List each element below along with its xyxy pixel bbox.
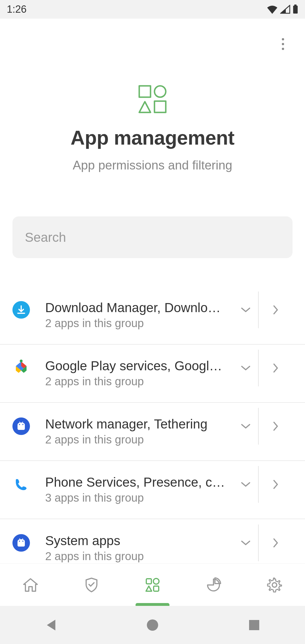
search-container [0,216,305,258]
android-icon [12,534,30,552]
status-time: 1:26 [7,3,27,15]
svg-rect-13 [146,579,151,584]
app-group-item[interactable]: Google Play services, Googl… 2 apps in t… [0,345,305,403]
expand-button[interactable] [233,350,259,386]
app-title: Google Play services, Googl… [45,358,228,373]
detail-button[interactable] [259,466,293,503]
svg-point-12 [22,541,23,542]
app-text: Network manager, Tethering 2 apps in thi… [45,416,233,446]
svg-point-2 [282,38,284,40]
recent-square-icon [249,619,260,631]
chevron-right-icon [273,479,278,489]
status-bar: 1:26 [0,0,305,19]
home-circle-icon [146,619,159,631]
expand-button[interactable] [233,525,259,561]
app-text: Phone Services, Presence, c… 3 apps in t… [45,475,233,504]
app-subtitle: 2 apps in this group [45,433,228,446]
svg-rect-18 [249,620,259,630]
app-text: System apps 2 apps in this group [45,533,233,563]
chevron-right-icon [273,363,278,373]
svg-point-11 [19,541,20,542]
apps-icon [145,577,160,593]
svg-point-4 [282,48,284,50]
tab-bar [0,564,305,606]
shield-icon [84,577,99,593]
app-list: Download Manager, Downlo… 2 apps in this… [0,286,305,564]
tab-protection[interactable] [61,564,122,606]
app-text: Download Manager, Downlo… 2 apps in this… [45,300,233,330]
svg-rect-7 [154,101,166,112]
app-text: Google Play services, Googl… 2 apps in t… [45,358,233,388]
app-title: System apps [45,533,228,548]
nav-recent-button[interactable] [226,606,282,644]
chevron-right-icon [273,305,278,315]
expand-button[interactable] [233,291,259,328]
content-area: App management App permissions and filte… [0,19,305,564]
svg-point-9 [19,424,20,425]
chevron-down-icon [241,307,251,313]
app-title: Download Manager, Downlo… [45,300,228,315]
svg-point-10 [22,424,23,425]
more-vert-icon [282,38,284,50]
app-actions [233,408,293,445]
battery-icon [293,5,298,14]
system-nav-bar [0,606,305,644]
overflow-menu-button[interactable] [273,34,293,54]
detail-button[interactable] [259,291,293,328]
svg-point-14 [153,578,159,584]
tab-apps[interactable] [122,564,183,606]
app-group-item[interactable]: Phone Services, Presence, c… 3 apps in t… [0,461,305,519]
svg-point-8 [20,360,23,362]
home-icon [23,578,38,592]
app-actions [233,466,293,503]
header-section: App management App permissions and filte… [0,19,305,172]
apps-shapes-icon [137,84,168,115]
chevron-down-icon [241,423,251,429]
svg-point-16 [272,583,277,587]
phone-icon [12,476,30,493]
nav-back-button[interactable] [23,606,79,644]
app-subtitle: 2 apps in this group [45,375,228,388]
chevron-down-icon [241,482,251,487]
detail-button[interactable] [259,525,293,561]
chevron-right-icon [273,421,278,431]
app-group-item[interactable]: Network manager, Tethering 2 apps in thi… [0,403,305,461]
svg-rect-15 [154,586,159,591]
tab-stats[interactable] [183,564,244,606]
svg-point-3 [282,43,284,45]
play-services-icon [12,359,30,377]
pie-chart-icon [206,577,221,593]
page-title: App management [0,127,305,149]
status-icons [267,5,298,14]
svg-rect-0 [293,6,298,14]
app-group-item[interactable]: System apps 2 apps in this group [0,519,305,564]
nav-home-button[interactable] [124,606,181,644]
app-actions [233,291,293,328]
app-subtitle: 2 apps in this group [45,550,228,563]
header-icon [0,84,305,115]
chevron-right-icon [273,538,278,548]
app-title: Network manager, Tethering [45,416,228,432]
app-actions [233,525,293,561]
svg-point-6 [154,86,166,97]
expand-button[interactable] [233,466,259,503]
gear-icon [267,577,282,593]
chevron-down-icon [241,365,251,371]
detail-button[interactable] [259,350,293,386]
app-group-item[interactable]: Download Manager, Downlo… 2 apps in this… [0,286,305,345]
search-input[interactable] [12,216,293,258]
tab-indicator [136,603,169,606]
svg-rect-1 [294,5,297,6]
download-icon [12,301,30,319]
app-subtitle: 2 apps in this group [45,317,228,330]
tab-home[interactable] [0,564,61,606]
cell-signal-icon [280,5,290,14]
expand-button[interactable] [233,408,259,445]
app-subtitle: 3 apps in this group [45,491,228,504]
tab-settings[interactable] [244,564,305,606]
detail-button[interactable] [259,408,293,445]
back-triangle-icon [45,619,56,632]
chevron-down-icon [241,540,251,546]
svg-rect-5 [139,86,151,97]
app-actions [233,350,293,386]
